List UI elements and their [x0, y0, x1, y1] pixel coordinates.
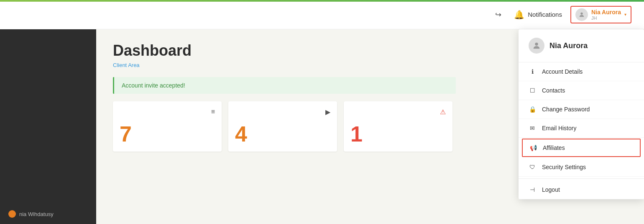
notifications-label: Notifications — [528, 11, 562, 18]
user-info: Nia Aurora JH — [591, 9, 621, 21]
card-icon-row-3: ⚠ — [350, 108, 446, 116]
security-settings-label: Security Settings — [542, 164, 586, 170]
sidebar: nia Wihdatusy — [0, 29, 96, 224]
dropdown-item-change-password[interactable]: 🔒 Change Password — [519, 100, 644, 119]
dropdown-item-contacts[interactable]: ☐ Contacts — [519, 81, 644, 100]
domains-count: 4 — [235, 123, 330, 145]
svg-point-1 — [535, 43, 538, 46]
success-message: Account invite accepted! — [122, 82, 185, 89]
dropdown-divider — [519, 178, 644, 179]
affiliates-label: Affiliates — [543, 144, 565, 151]
notifications-button[interactable]: 🔔 Notifications — [514, 10, 562, 20]
affiliates-icon: 📢 — [529, 144, 537, 152]
contacts-icon: ☐ — [529, 87, 536, 94]
topbar: ↪ 🔔 Notifications Nia Aurora JH ▾ — [0, 0, 644, 29]
dropdown-item-security-settings[interactable]: 🛡 Security Settings — [519, 158, 644, 177]
success-banner: Account invite accepted! — [113, 77, 456, 94]
dropdown-avatar — [529, 38, 544, 54]
dropdown-item-affiliates[interactable]: 📢 Affiliates — [522, 139, 641, 157]
change-password-label: Change Password — [542, 106, 590, 113]
card-invoices: ⚠ 1 — [344, 101, 452, 152]
card-domains: ▶ 4 — [228, 101, 337, 152]
email-history-label: Email History — [542, 125, 576, 131]
breadcrumb[interactable]: Client Area — [113, 62, 140, 68]
sidebar-user-row: nia Wihdatusy — [8, 210, 96, 218]
sidebar-user-name: nia Wihdatusy — [19, 211, 54, 217]
card-icon-row-2: ▶ — [235, 108, 330, 116]
card-icon-row: ≡ — [120, 108, 215, 116]
shield-icon: 🛡 — [529, 163, 536, 171]
card-services: ≡ 7 — [113, 101, 222, 152]
sidebar-user-avatar — [8, 210, 16, 218]
invoices-icon: ⚠ — [440, 108, 446, 116]
chevron-down-icon: ▾ — [624, 12, 626, 17]
lock-icon: 🔒 — [529, 106, 536, 113]
share-button[interactable]: ↪ — [491, 7, 506, 22]
svg-point-0 — [580, 12, 583, 14]
progress-bar — [0, 0, 644, 2]
user-sub: JH — [591, 15, 597, 21]
dropdown-username: Nia Aurora — [549, 41, 588, 50]
dropdown-item-email-history[interactable]: ✉ Email History — [519, 119, 644, 138]
logout-icon: ⊣ — [529, 186, 536, 193]
topbar-actions: ↪ 🔔 Notifications Nia Aurora JH ▾ — [491, 6, 631, 23]
dropdown-item-logout[interactable]: ⊣ Logout — [519, 180, 644, 199]
user-dropdown-menu: Nia Aurora ℹ Account Details ☐ Contacts … — [519, 29, 644, 199]
contacts-label: Contacts — [542, 87, 565, 94]
user-menu-button[interactable]: Nia Aurora JH ▾ — [570, 6, 631, 23]
services-icon: ≡ — [211, 108, 215, 116]
services-count: 7 — [120, 123, 215, 145]
info-icon: ℹ — [529, 68, 536, 75]
domains-icon: ▶ — [325, 108, 330, 116]
email-icon: ✉ — [529, 124, 536, 132]
account-details-label: Account Details — [542, 68, 583, 75]
dropdown-header: Nia Aurora — [519, 29, 644, 62]
invoices-count: 1 — [350, 123, 446, 145]
dropdown-item-account-details[interactable]: ℹ Account Details — [519, 62, 644, 81]
avatar — [575, 8, 588, 21]
bell-icon: 🔔 — [514, 10, 524, 20]
user-name: Nia Aurora — [591, 9, 621, 15]
logout-label: Logout — [542, 186, 560, 193]
